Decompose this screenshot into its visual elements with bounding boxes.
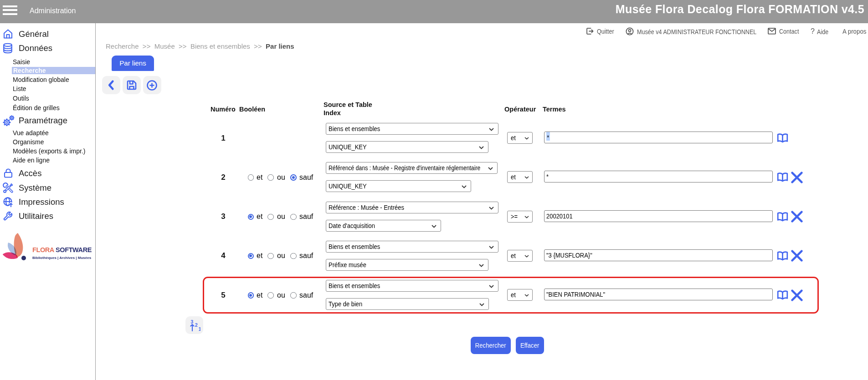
svg-text:3: 3 [191, 319, 194, 324]
svg-text:1: 1 [199, 326, 200, 332]
svg-text:2: 2 [195, 322, 198, 328]
